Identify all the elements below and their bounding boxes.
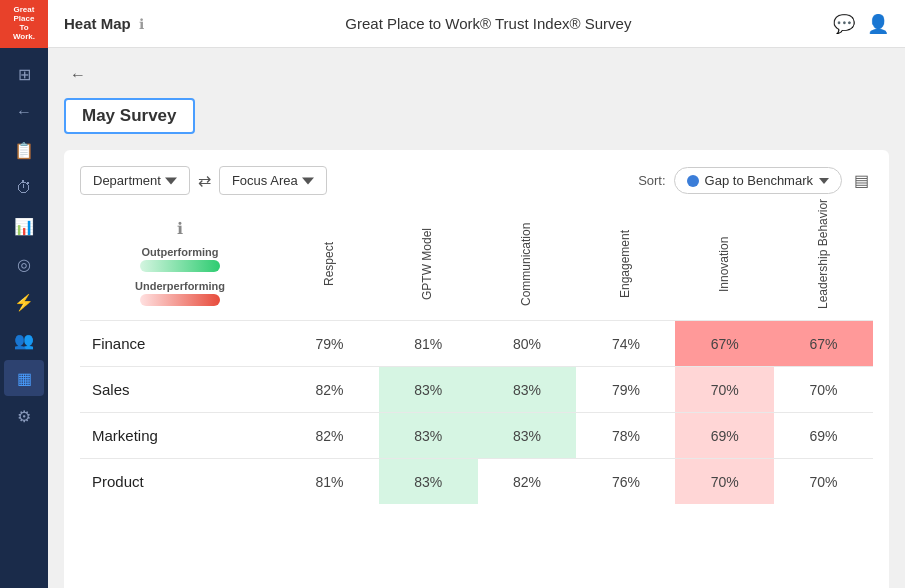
sort-dropdown[interactable]: Gap to Benchmark [674,167,842,194]
swap-icon[interactable]: ⇄ [198,171,211,190]
cell-marketing-col4: 69% [675,413,774,459]
legend-underperforming: Underperforming [135,280,225,306]
cell-finance-col0: 79% [280,321,379,367]
sidebar-item-chart[interactable]: 📊 [4,208,44,244]
cell-sales-col0: 82% [280,367,379,413]
cell-marketing-col5: 69% [774,413,873,459]
cell-product-col1: 83% [379,459,478,505]
cell-product-col5: 70% [774,459,873,505]
sort-value: Gap to Benchmark [705,173,813,188]
cell-sales-col2: 83% [478,367,577,413]
col-header-gptw: GPTW Model [379,211,478,321]
app-title: Great Place to Work® Trust Index® Survey [144,15,833,32]
sidebar-item-back[interactable]: ← [4,94,44,130]
back-button[interactable]: ← [64,64,92,86]
table-row: Product81%83%82%76%70%70% [80,459,873,505]
col-header-respect: Respect [280,211,379,321]
main-content: ← May Survey Department ⇄ Focus Area Sor… [48,48,905,588]
sidebar-item-circle[interactable]: ◎ [4,246,44,282]
cell-marketing-col3: 78% [576,413,675,459]
cell-product-col0: 81% [280,459,379,505]
outperforming-bar [140,260,220,272]
chevron-down-icon-2 [302,175,314,187]
logo: GreatPlaceToWork. [0,0,48,48]
legend-cell: ℹ Outperforming Underperforming [80,211,280,321]
department-label: Department [93,173,161,188]
legend-info: ℹ Outperforming Underperforming [88,219,272,306]
sidebar-item-clock[interactable]: ⏱ [4,170,44,206]
cell-sales-col3: 79% [576,367,675,413]
legend-outperforming: Outperforming [140,246,220,272]
sidebar: GreatPlaceToWork. ⊞ ← 📋 ⏱ 📊 ◎ ⚡ 👥 ▦ ⚙ [0,0,48,588]
cell-marketing-col1: 83% [379,413,478,459]
cell-sales-col5: 70% [774,367,873,413]
sidebar-item-heatmap[interactable]: ▦ [4,360,44,396]
col-header-leadership: Leadership Behavior [774,211,873,321]
row-label-finance: Finance [80,321,280,367]
underperforming-bar [140,294,220,306]
underperforming-label: Underperforming [135,280,225,292]
outperforming-label: Outperforming [142,246,219,258]
chat-icon[interactable]: 💬 [833,13,855,35]
page-title: Heat Map [64,15,131,32]
filter-row: Department ⇄ Focus Area Sort: Gap to Ben… [80,166,873,195]
sidebar-item-grid[interactable]: ⊞ [4,56,44,92]
sort-dot [687,175,699,187]
sort-section: Sort: Gap to Benchmark ▤ [638,167,873,194]
cell-marketing-col2: 83% [478,413,577,459]
chevron-down-icon [165,175,177,187]
col-header-engagement: Engagement [576,211,675,321]
advanced-filter-icon[interactable]: ▤ [850,167,873,194]
department-filter[interactable]: Department [80,166,190,195]
row-label-marketing: Marketing [80,413,280,459]
cell-sales-col4: 70% [675,367,774,413]
table-row: Sales82%83%83%79%70%70% [80,367,873,413]
col-header-innovation: Innovation [675,211,774,321]
cell-finance-col5: 67% [774,321,873,367]
focus-area-label: Focus Area [232,173,298,188]
logo-text: GreatPlaceToWork. [13,6,35,41]
cell-finance-col3: 74% [576,321,675,367]
focus-area-filter[interactable]: Focus Area [219,166,327,195]
cell-product-col4: 70% [675,459,774,505]
sidebar-item-people[interactable]: 👥 [4,322,44,358]
cell-product-col2: 82% [478,459,577,505]
topbar-left: Heat Map ℹ [64,15,144,32]
row-label-product: Product [80,459,280,505]
chevron-down-icon-3 [819,178,829,184]
cell-marketing-col0: 82% [280,413,379,459]
sidebar-item-clipboard[interactable]: 📋 [4,132,44,168]
sidebar-item-settings[interactable]: ⚙ [4,398,44,434]
user-icon[interactable]: 👤 [867,13,889,35]
back-row: ← [64,64,889,86]
row-label-sales: Sales [80,367,280,413]
sort-label: Sort: [638,173,665,188]
cell-finance-col4: 67% [675,321,774,367]
cell-finance-col2: 80% [478,321,577,367]
sidebar-item-filter[interactable]: ⚡ [4,284,44,320]
table-row: Finance79%81%80%74%67%67% [80,321,873,367]
survey-badge[interactable]: May Survey [64,98,195,134]
heatmap-table: ℹ Outperforming Underperforming [80,211,873,504]
cell-sales-col1: 83% [379,367,478,413]
col-header-communication: Communication [478,211,577,321]
sidebar-nav: ⊞ ← 📋 ⏱ 📊 ◎ ⚡ 👥 ▦ ⚙ [0,48,48,434]
topbar: Heat Map ℹ Great Place to Work® Trust In… [48,0,905,48]
cell-finance-col1: 81% [379,321,478,367]
topbar-icons: 💬 👤 [833,13,889,35]
content-card: Department ⇄ Focus Area Sort: Gap to Ben… [64,150,889,588]
legend-info-icon: ℹ [177,219,183,238]
cell-product-col3: 76% [576,459,675,505]
table-row: Marketing82%83%83%78%69%69% [80,413,873,459]
